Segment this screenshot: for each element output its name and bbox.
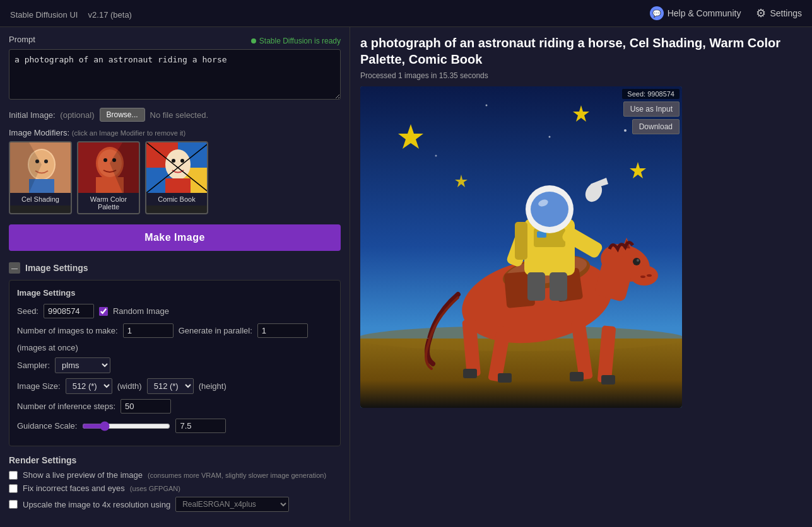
settings-group-title: Image Settings — [17, 288, 332, 298]
modifier-comic-book[interactable]: Comic Book — [145, 141, 208, 214]
guidance-value-input[interactable] — [175, 419, 226, 433]
live-preview-label: Show a live preview of the image — [23, 470, 143, 480]
image-settings-title: Image Settings — [25, 263, 88, 273]
svg-point-16 — [172, 159, 175, 163]
cel-shading-label: Cel Shading — [10, 193, 71, 206]
steps-row: Number of inference steps: — [17, 399, 332, 414]
status-text: Stable Diffusion is ready — [259, 37, 341, 45]
help-community-label: Help & Community — [668, 8, 741, 18]
browse-button[interactable]: Browse... — [100, 108, 145, 122]
num-images-label: Number of images to make: — [17, 326, 118, 335]
prompt-input[interactable]: a photograph of an astronaut riding a ho… — [9, 49, 341, 100]
image-settings-section-header: — Image Settings — [9, 262, 341, 274]
settings-label: Settings — [770, 8, 802, 18]
generated-image: Seed: 9908574 Use as Input Download — [360, 86, 682, 408]
modifier-cel-shading[interactable]: Cel Shading — [9, 141, 72, 214]
svg-point-30 — [486, 105, 488, 107]
steps-input[interactable] — [121, 399, 171, 414]
svg-rect-18 — [165, 178, 191, 193]
upscale-row: Upscale the image to 4x resolution using… — [9, 497, 341, 512]
fix-faces-row: Fix incorrect faces and eyes (uses GFPGA… — [9, 484, 341, 493]
app-title: Stable Diffusion UI v2.17 (beta) — [10, 5, 650, 21]
status-badge: Stable Diffusion is ready — [251, 37, 341, 45]
svg-point-38 — [637, 259, 639, 262]
bubble-icon: 💬 — [650, 6, 664, 20]
svg-rect-46 — [570, 372, 584, 381]
title-text: Stable Diffusion UI — [10, 10, 78, 20]
parallel-label: Generate in parallel: — [179, 326, 252, 335]
live-preview-note: (consumes more VRAM, slightly slower ima… — [148, 472, 326, 479]
processed-text: Processed 1 images in 15.35 seconds — [360, 71, 802, 80]
svg-point-59 — [531, 192, 568, 227]
svg-rect-48 — [498, 373, 512, 383]
settings-link[interactable]: ⚙ Settings — [756, 6, 802, 20]
seed-input[interactable] — [44, 304, 94, 318]
random-image-label: Random Image — [113, 306, 169, 316]
render-settings-title: Render Settings — [9, 455, 341, 465]
upscale-select[interactable]: RealESRGAN_x4plus RealESRGAN_x4plus_anim… — [175, 497, 289, 512]
warm-palette-label: Warm Color Palette — [78, 193, 139, 213]
collapse-icon[interactable]: — — [9, 262, 20, 274]
parallel-note: (images at once) — [17, 343, 78, 352]
warm-palette-img — [78, 142, 140, 193]
gear-icon: ⚙ — [756, 6, 766, 20]
modifiers-label: Image Modifiers: (click an Image Modifie… — [9, 128, 341, 137]
status-dot — [251, 38, 256, 43]
sampler-select[interactable]: plms ddim k_dpm_2 k_euler k_heun — [55, 357, 110, 373]
svg-point-17 — [180, 159, 184, 163]
num-images-row: Number of images to make: Generate in pa… — [17, 323, 332, 352]
svg-point-42 — [647, 274, 652, 277]
initial-image-row: Initial Image: (optional) Browse... No f… — [9, 108, 341, 122]
comic-book-img — [146, 142, 208, 193]
warm-palette-svg — [78, 142, 140, 193]
status-row: Prompt Stable Diffusion is ready — [9, 35, 341, 47]
modifiers-note: (click an Image Modifier to remove it) — [72, 129, 185, 137]
image-container: Seed: 9908574 Use as Input Download — [360, 86, 682, 408]
svg-rect-64 — [527, 272, 545, 301]
render-settings: Render Settings Show a live preview of t… — [9, 455, 341, 512]
version-text: v2.17 (beta) — [88, 10, 132, 20]
seed-label: Seed: — [17, 306, 38, 316]
modifier-warm-palette[interactable]: Warm Color Palette — [77, 141, 140, 214]
seed-badge: Seed: 9908574 — [622, 89, 680, 99]
seed-row: Seed: Random Image — [17, 304, 332, 318]
header-links: 💬 Help & Community ⚙ Settings — [650, 6, 802, 20]
cel-shading-svg — [10, 142, 72, 193]
fix-faces-checkbox[interactable] — [9, 484, 18, 493]
help-community-link[interactable]: 💬 Help & Community — [650, 6, 741, 20]
svg-point-41 — [640, 275, 645, 278]
image-overlay: Seed: 9908574 Use as Input Download — [622, 89, 680, 134]
guidance-row: Guidance Scale: — [17, 419, 332, 433]
initial-image-label: Initial Image: (optional) — [9, 110, 95, 120]
guidance-label: Guidance Scale: — [17, 421, 77, 431]
image-title: a photograph of an astronaut riding a ho… — [360, 35, 802, 67]
svg-point-37 — [633, 258, 640, 265]
image-settings-group: Image Settings Seed: Random Image Number… — [9, 280, 341, 446]
live-preview-checkbox[interactable] — [9, 471, 18, 480]
parallel-input[interactable] — [257, 323, 308, 338]
modifiers-row: Cel Shading Warm Color Palette — [9, 141, 341, 214]
svg-point-31 — [549, 136, 551, 138]
num-images-input[interactable] — [123, 323, 174, 338]
height-note: (height) — [199, 381, 227, 391]
make-image-button[interactable]: Make Image — [9, 224, 341, 251]
main-layout: Prompt Stable Diffusion is ready a photo… — [0, 27, 812, 521]
upscale-checkbox[interactable] — [9, 500, 18, 509]
svg-point-9 — [103, 158, 107, 162]
use-as-input-button[interactable]: Use as Input — [623, 101, 680, 117]
app-header: Stable Diffusion UI v2.17 (beta) 💬 Help … — [0, 0, 812, 27]
width-select[interactable]: 512 (*) 256 384 640 768 — [66, 378, 112, 394]
svg-point-32 — [435, 155, 437, 157]
svg-point-36 — [630, 265, 658, 286]
comic-book-label: Comic Book — [146, 193, 207, 206]
right-panel: a photograph of an astronaut riding a ho… — [350, 27, 812, 521]
width-note: (width) — [117, 381, 142, 391]
height-select[interactable]: 512 (*) 256 384 640 768 — [147, 378, 194, 394]
guidance-slider[interactable] — [82, 421, 170, 431]
prompt-label: Prompt — [9, 35, 35, 44]
random-image-checkbox[interactable] — [99, 307, 108, 316]
svg-rect-44 — [601, 375, 615, 385]
live-preview-row: Show a live preview of the image (consum… — [9, 470, 341, 480]
download-button[interactable]: Download — [632, 119, 680, 134]
comic-book-svg — [146, 142, 208, 193]
